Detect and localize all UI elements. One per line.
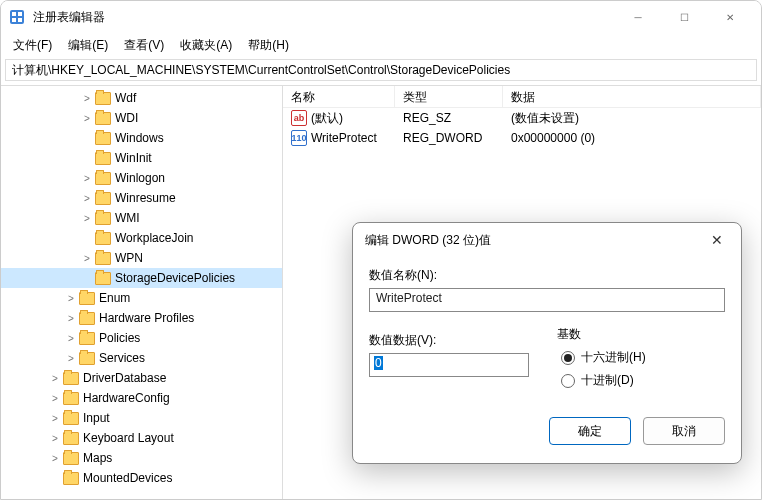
tree-panel[interactable]: >Wdf>WDIWindowsWinInit>Winlogon>Winresum… xyxy=(1,85,283,499)
tree-twisty-icon[interactable]: > xyxy=(81,113,93,124)
tree-item-label: WPN xyxy=(115,251,143,265)
folder-icon xyxy=(63,412,79,425)
folder-icon xyxy=(63,392,79,405)
tree-item-label: Input xyxy=(83,411,110,425)
list-row[interactable]: 110WriteProtectREG_DWORD0x00000000 (0) xyxy=(283,128,761,148)
address-bar[interactable]: 计算机\HKEY_LOCAL_MACHINE\SYSTEM\CurrentCon… xyxy=(5,59,757,81)
minimize-button[interactable]: ─ xyxy=(615,1,661,33)
folder-icon xyxy=(95,252,111,265)
svg-rect-3 xyxy=(12,18,16,22)
tree-item-label: WMI xyxy=(115,211,140,225)
menu-edit[interactable]: 编辑(E) xyxy=(62,35,114,56)
radio-dec[interactable]: 十进制(D) xyxy=(561,372,725,389)
tree-item[interactable]: WorkplaceJoin xyxy=(1,228,282,248)
menu-help[interactable]: 帮助(H) xyxy=(242,35,295,56)
svg-rect-1 xyxy=(12,12,16,16)
folder-icon xyxy=(95,152,111,165)
tree-item[interactable]: WinInit xyxy=(1,148,282,168)
tree-item[interactable]: >HardwareConfig xyxy=(1,388,282,408)
tree-twisty-icon[interactable]: > xyxy=(65,353,77,364)
tree-item[interactable]: >Keyboard Layout xyxy=(1,428,282,448)
list-header: 名称 类型 数据 xyxy=(283,86,761,108)
dialog-close-button[interactable]: ✕ xyxy=(705,232,729,248)
tree-item-label: Hardware Profiles xyxy=(99,311,194,325)
tree-item-label: StorageDevicePolicies xyxy=(115,271,235,285)
tree-twisty-icon[interactable]: > xyxy=(49,373,61,384)
folder-icon xyxy=(95,92,111,105)
tree-item[interactable]: >Maps xyxy=(1,448,282,468)
value-name: WriteProtect xyxy=(311,131,377,145)
close-button[interactable]: ✕ xyxy=(707,1,753,33)
folder-icon xyxy=(79,292,95,305)
radio-hex-label: 十六进制(H) xyxy=(581,349,646,366)
tree-item[interactable]: >Enum xyxy=(1,288,282,308)
col-type[interactable]: 类型 xyxy=(395,86,503,107)
tree-item-label: WDI xyxy=(115,111,138,125)
dialog-title: 编辑 DWORD (32 位)值 xyxy=(365,232,705,249)
menu-file[interactable]: 文件(F) xyxy=(7,35,58,56)
app-icon xyxy=(9,9,25,25)
value-data: 0x00000000 (0) xyxy=(503,130,761,146)
tree-item[interactable]: StorageDevicePolicies xyxy=(1,268,282,288)
folder-icon xyxy=(79,332,95,345)
tree-twisty-icon[interactable]: > xyxy=(49,413,61,424)
maximize-button[interactable]: ☐ xyxy=(661,1,707,33)
tree-item[interactable]: MountedDevices xyxy=(1,468,282,488)
radix-label: 基数 xyxy=(557,326,725,343)
tree-item[interactable]: >Winlogon xyxy=(1,168,282,188)
tree-item-label: MountedDevices xyxy=(83,471,172,485)
tree-twisty-icon[interactable]: > xyxy=(81,193,93,204)
list-row[interactable]: ab(默认)REG_SZ(数值未设置) xyxy=(283,108,761,128)
tree-item[interactable]: >Input xyxy=(1,408,282,428)
tree-item[interactable]: >Winresume xyxy=(1,188,282,208)
menu-favorites[interactable]: 收藏夹(A) xyxy=(174,35,238,56)
folder-icon xyxy=(95,232,111,245)
tree-item-label: Keyboard Layout xyxy=(83,431,174,445)
tree-twisty-icon[interactable]: > xyxy=(81,253,93,264)
tree-twisty-icon[interactable]: > xyxy=(81,213,93,224)
tree-twisty-icon[interactable]: > xyxy=(65,313,77,324)
folder-icon xyxy=(63,432,79,445)
folder-icon xyxy=(95,192,111,205)
dword-value-icon: 110 xyxy=(291,130,307,146)
tree-item[interactable]: >Wdf xyxy=(1,88,282,108)
value-name-field[interactable]: WriteProtect xyxy=(369,288,725,312)
value-name-label: 数值名称(N): xyxy=(369,267,725,284)
folder-icon xyxy=(79,312,95,325)
string-value-icon: ab xyxy=(291,110,307,126)
tree-twisty-icon[interactable]: > xyxy=(49,393,61,404)
col-data[interactable]: 数据 xyxy=(503,86,761,107)
ok-button[interactable]: 确定 xyxy=(549,417,631,445)
radio-hex[interactable]: 十六进制(H) xyxy=(561,349,725,366)
tree-item[interactable]: >WPN xyxy=(1,248,282,268)
radio-hex-input[interactable] xyxy=(561,351,575,365)
tree-item-label: Wdf xyxy=(115,91,136,105)
tree-item-label: Winlogon xyxy=(115,171,165,185)
tree-item[interactable]: >Policies xyxy=(1,328,282,348)
value-data-field[interactable]: 0 xyxy=(369,353,529,377)
col-name[interactable]: 名称 xyxy=(283,86,395,107)
folder-icon xyxy=(79,352,95,365)
menu-view[interactable]: 查看(V) xyxy=(118,35,170,56)
folder-icon xyxy=(95,112,111,125)
tree-item-label: WinInit xyxy=(115,151,152,165)
tree-item[interactable]: >Hardware Profiles xyxy=(1,308,282,328)
tree-item[interactable]: >DriverDatabase xyxy=(1,368,282,388)
radio-dec-label: 十进制(D) xyxy=(581,372,634,389)
value-type: REG_DWORD xyxy=(395,130,503,146)
tree-item[interactable]: Windows xyxy=(1,128,282,148)
tree-item-label: WorkplaceJoin xyxy=(115,231,193,245)
value-type: REG_SZ xyxy=(395,110,503,126)
radio-dec-input[interactable] xyxy=(561,374,575,388)
tree-twisty-icon[interactable]: > xyxy=(49,453,61,464)
tree-twisty-icon[interactable]: > xyxy=(65,293,77,304)
tree-item[interactable]: >WMI xyxy=(1,208,282,228)
tree-item[interactable]: >WDI xyxy=(1,108,282,128)
tree-twisty-icon[interactable]: > xyxy=(65,333,77,344)
svg-rect-2 xyxy=(18,12,22,16)
tree-twisty-icon[interactable]: > xyxy=(81,93,93,104)
cancel-button[interactable]: 取消 xyxy=(643,417,725,445)
tree-twisty-icon[interactable]: > xyxy=(81,173,93,184)
tree-item[interactable]: >Services xyxy=(1,348,282,368)
tree-twisty-icon[interactable]: > xyxy=(49,433,61,444)
